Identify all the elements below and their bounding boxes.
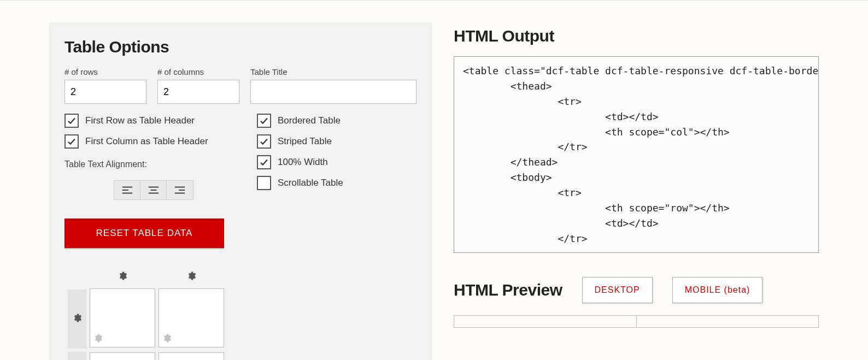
gear-icon[interactable]	[72, 315, 82, 324]
scrollable-label: Scrollable Table	[278, 178, 343, 188]
gear-icon[interactable]	[186, 273, 196, 282]
striped-label: Striped Table	[278, 136, 332, 147]
preview-title: HTML Preview	[454, 281, 562, 299]
mobile-button[interactable]: MOBILE (beta)	[672, 277, 763, 303]
html-output[interactable]	[454, 56, 819, 253]
gear-icon[interactable]	[162, 333, 172, 345]
gear-icon[interactable]	[118, 273, 127, 282]
preview-table	[454, 315, 819, 328]
fullwidth-checkbox[interactable]	[257, 155, 271, 169]
cell-input[interactable]	[90, 352, 155, 360]
reset-button[interactable]: RESET TABLE DATA	[64, 219, 224, 248]
output-title: HTML Output	[454, 27, 819, 45]
cols-label: # of columns	[157, 67, 239, 76]
rows-input[interactable]	[64, 80, 146, 104]
align-label: Table Text Alignment:	[64, 160, 224, 169]
fullwidth-label: 100% Width	[278, 157, 328, 168]
first-col-header-label: First Column as Table Header	[85, 136, 208, 147]
first-row-header-checkbox[interactable]	[64, 114, 79, 128]
striped-checkbox[interactable]	[257, 134, 271, 149]
cols-input[interactable]	[157, 80, 239, 104]
gear-icon[interactable]	[93, 333, 103, 345]
output-panel: HTML Output HTML Preview DESKTOP MOBILE …	[454, 22, 819, 360]
scrollable-checkbox[interactable]	[257, 176, 271, 190]
first-col-header-checkbox[interactable]	[64, 134, 79, 149]
grid-editor	[64, 264, 417, 360]
options-panel: Table Options # of rows # of columns Tab…	[49, 22, 432, 360]
desktop-button[interactable]: DESKTOP	[582, 277, 653, 303]
align-left-button[interactable]	[114, 181, 140, 199]
align-right-button[interactable]	[167, 181, 193, 199]
align-center-button[interactable]	[140, 181, 167, 199]
tabletitle-label: Table Title	[250, 67, 417, 76]
tabletitle-input[interactable]	[250, 80, 417, 104]
cell-input[interactable]	[159, 352, 224, 360]
first-row-header-label: First Row as Table Header	[85, 115, 195, 126]
bordered-checkbox[interactable]	[257, 114, 271, 128]
bordered-label: Bordered Table	[278, 115, 341, 126]
options-title: Table Options	[64, 38, 417, 56]
rows-label: # of rows	[64, 67, 146, 76]
